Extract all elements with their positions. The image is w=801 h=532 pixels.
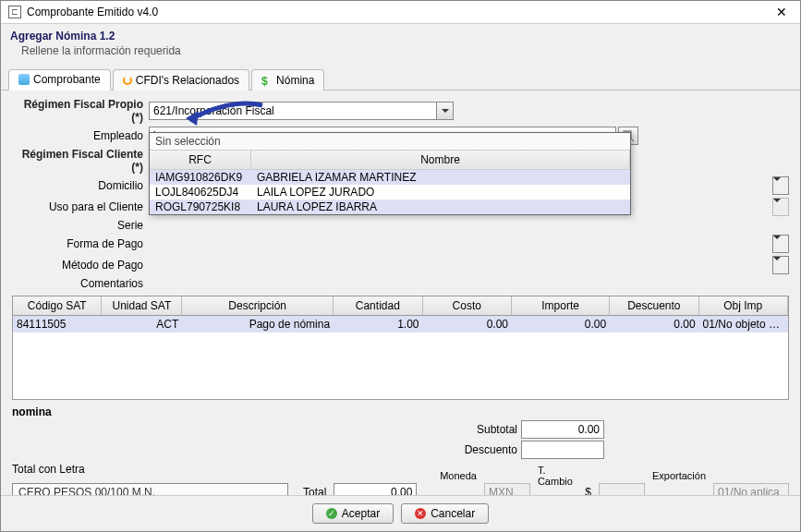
rel-icon — [123, 76, 132, 85]
dialog-buttons: ✓Aceptar ✕Cancelar — [1, 495, 800, 531]
table-row[interactable]: 84111505 ACT Pago de nómina 1.00 0.00 0.… — [13, 316, 788, 332]
form-subtitle: Rellene la información requerida — [21, 44, 791, 57]
no-selection-row[interactable]: Sin selección — [150, 133, 630, 150]
tab-label: Comprobante — [33, 73, 101, 86]
label-regimen-propio: Régimen Fiscal Propio (*) — [12, 98, 149, 124]
tab-nomina[interactable]: $Nómina — [251, 69, 324, 91]
tab-label: CFDI's Relacionados — [136, 74, 239, 87]
descuento-field[interactable] — [521, 441, 604, 459]
totals-block: Subtotal Descuento — [443, 420, 789, 459]
col-descripcion[interactable]: Descripción — [182, 296, 334, 315]
metodo-pago-dropdown[interactable] — [772, 256, 789, 274]
label-comentarios: Comentarios — [12, 277, 149, 290]
label-exportacion: Exportación — [652, 470, 706, 481]
cancel-button[interactable]: ✕Cancelar — [401, 503, 489, 524]
titlebar: ⊏ Comprobante Emitido v4.0 ✕ — [1, 1, 800, 24]
chevron-down-icon — [773, 199, 781, 202]
popup-row[interactable]: LOJL840625DJ4LAILA LOPEZ JURADO — [150, 185, 630, 200]
popup-row[interactable]: ROGL790725KI8LAURA LOPEZ IBARRA — [150, 200, 630, 214]
form-title: Agregar Nómina 1.2 — [10, 30, 791, 42]
popup-row[interactable]: IAMG910826DK9GABRIELA IZAMAR MARTINEZ — [150, 170, 630, 185]
domicilio-dropdown[interactable] — [772, 176, 789, 195]
col-codigo-sat[interactable]: Código SAT — [13, 296, 102, 315]
nomina-label: nomina — [12, 400, 789, 420]
moneda-field — [484, 483, 530, 495]
col-cantidad[interactable]: Cantidad — [334, 296, 422, 315]
popup-rows: IAMG910826DK9GABRIELA IZAMAR MARTINEZ LO… — [150, 170, 630, 214]
check-icon: ✓ — [326, 508, 337, 519]
label-total: Total — [303, 486, 326, 495]
chevron-down-icon — [773, 236, 781, 239]
popup-header: RFC Nombre — [150, 150, 630, 170]
col-importe[interactable]: Importe — [512, 296, 610, 315]
label-serie: Serie — [12, 219, 149, 232]
label-uso-cliente: Uso para el Cliente — [12, 200, 149, 213]
grid-body[interactable]: 84111505 ACT Pago de nómina 1.00 0.00 0.… — [13, 316, 788, 399]
x-icon: ✕ — [415, 508, 426, 519]
label-empleado: Empleado — [12, 129, 149, 142]
form-header: Agregar Nómina 1.2 Rellene la informació… — [1, 24, 800, 65]
label-regimen-cliente: Régimen Fiscal Cliente (*) — [12, 148, 149, 174]
chevron-down-icon — [442, 109, 449, 113]
col-rfc: RFC — [150, 151, 251, 169]
forma-pago-dropdown[interactable] — [772, 235, 789, 253]
label-forma-pago: Forma de Pago — [12, 237, 149, 250]
uso-cliente-dropdown[interactable] — [772, 198, 789, 216]
label-subtotal: Subtotal — [443, 423, 517, 436]
empleado-dropdown-popup: Sin selección RFC Nombre IAMG910826DK9GA… — [149, 132, 631, 215]
form-body: Régimen Fiscal Propio (*) Empleado Sin s… — [1, 91, 800, 495]
col-obj-imp[interactable]: Obj Imp — [699, 296, 788, 315]
svg-line-1 — [631, 139, 634, 141]
ok-button[interactable]: ✓Aceptar — [312, 503, 394, 524]
dropdown-toggle[interactable] — [437, 102, 454, 120]
grid-header: Código SAT Unidad SAT Descripción Cantid… — [13, 296, 788, 316]
combo-regimen-propio[interactable] — [149, 102, 454, 120]
money-icon: $ — [261, 75, 273, 86]
chevron-down-icon — [773, 257, 781, 260]
total-letra-field: CERO PESOS 00/100 M.N. — [12, 483, 288, 495]
exportacion-field — [713, 483, 789, 495]
app-icon: ⊏ — [8, 6, 21, 18]
total-field[interactable] — [334, 483, 417, 495]
bottom-row: CERO PESOS 00/100 M.N. Total Moneda T. C… — [12, 481, 789, 495]
col-unidad-sat[interactable]: Unidad SAT — [102, 296, 182, 315]
tab-label: Nómina — [276, 74, 314, 87]
col-nombre: Nombre — [251, 151, 630, 169]
regimen-propio-input[interactable] — [149, 102, 437, 120]
tcambio-field — [599, 483, 645, 495]
tab-strip: Comprobante CFDI's Relacionados $Nómina — [1, 65, 800, 91]
label-domicilio: Domicilio — [12, 179, 149, 192]
col-costo[interactable]: Costo — [423, 296, 512, 315]
doc-icon — [18, 74, 30, 85]
label-moneda: Moneda — [440, 470, 477, 481]
label-descuento: Descuento — [443, 443, 517, 456]
currency-symbol: $ — [585, 486, 591, 495]
label-metodo-pago: Método de Pago — [12, 259, 149, 272]
window-title: Comprobante Emitido v4.0 — [27, 6, 771, 18]
app-window: ⊏ Comprobante Emitido v4.0 ✕ Agregar Nóm… — [0, 0, 801, 532]
close-button[interactable]: ✕ — [771, 5, 793, 19]
col-descuento[interactable]: Descuento — [610, 296, 698, 315]
tab-comprobante[interactable]: Comprobante — [8, 69, 111, 91]
chevron-down-icon — [773, 177, 781, 181]
tab-cfdis-relacionados[interactable]: CFDI's Relacionados — [113, 69, 249, 91]
label-tcambio: T. Cambio — [538, 465, 577, 487]
line-items-grid: Código SAT Unidad SAT Descripción Cantid… — [12, 296, 789, 400]
subtotal-field[interactable] — [521, 420, 604, 439]
